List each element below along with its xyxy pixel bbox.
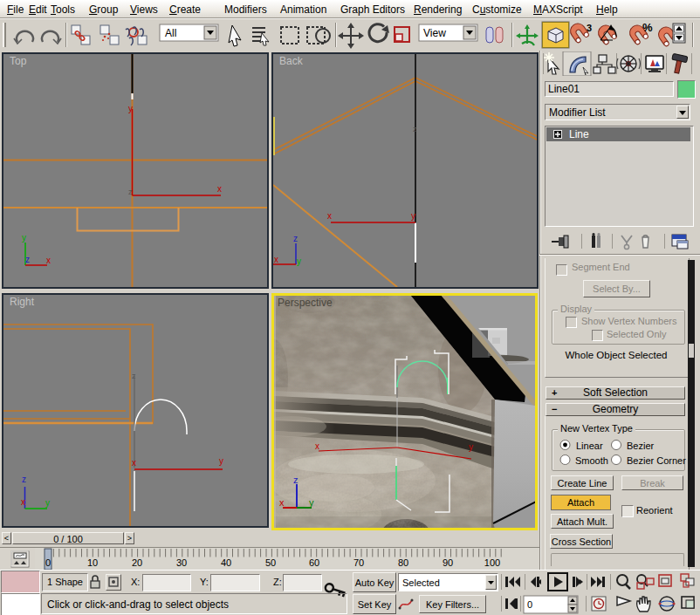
svg-text:y: y: [219, 456, 223, 466]
svg-text:x: x: [279, 497, 285, 508]
svg-text:z: z: [132, 372, 136, 380]
svg-text:x: x: [315, 441, 319, 451]
svg-text:z: z: [128, 188, 133, 196]
svg-text:y: y: [297, 256, 301, 266]
svg-text:3: 3: [587, 23, 592, 33]
svg-text:x: x: [132, 458, 136, 468]
svg-text:%: %: [642, 21, 653, 34]
svg-text:All: All: [165, 27, 176, 39]
svg-text:0: 0: [527, 599, 532, 610]
svg-text:x: x: [46, 256, 51, 265]
svg-text:View: View: [423, 27, 446, 39]
svg-text:x: x: [21, 497, 25, 507]
svg-text:z: z: [22, 475, 26, 484]
svg-text:x: x: [327, 211, 332, 221]
svg-text:y: y: [22, 233, 26, 243]
svg-text:z: z: [293, 234, 298, 243]
svg-text:y: y: [45, 498, 50, 508]
svg-text:90: 90: [443, 557, 453, 568]
svg-text:50: 50: [265, 557, 276, 568]
svg-text:30: 30: [176, 557, 187, 568]
svg-text:y: y: [309, 497, 314, 508]
svg-text:80: 80: [398, 557, 408, 568]
svg-text:y: y: [411, 211, 415, 221]
svg-text:10: 10: [87, 557, 98, 568]
svg-text:y: y: [469, 442, 473, 452]
svg-text:z: z: [293, 475, 299, 485]
svg-text:70: 70: [353, 557, 364, 568]
svg-text:x: x: [274, 255, 278, 264]
svg-text:z: z: [413, 125, 417, 133]
svg-text:20: 20: [132, 557, 142, 568]
svg-text:0: 0: [45, 557, 51, 568]
svg-text:z: z: [25, 255, 30, 264]
svg-text:40: 40: [221, 557, 231, 568]
svg-text:60: 60: [309, 557, 319, 568]
svg-text:x: x: [217, 184, 222, 194]
svg-text:100: 100: [484, 557, 500, 568]
